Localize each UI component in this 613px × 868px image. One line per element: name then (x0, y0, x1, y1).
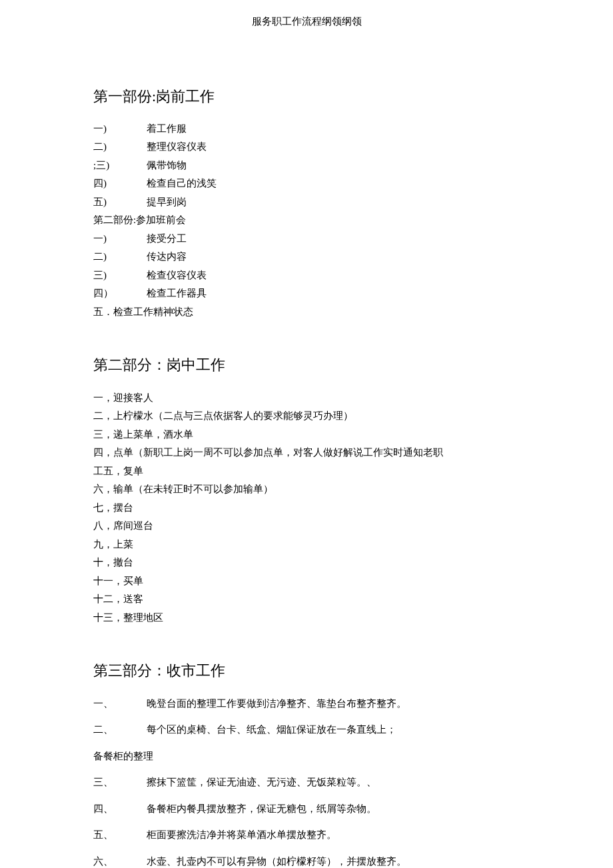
s3-num: 三、 (93, 774, 147, 791)
s3-num: 一、 (93, 695, 147, 713)
section-2-title: 第二部分：岗中工作 (93, 352, 520, 377)
s3-text: 柜面要擦洗洁净并将菜单酒水单摆放整齐。 (147, 827, 336, 844)
s1b-text: 传达内容 (147, 248, 187, 266)
s1-item: 一) 着工作服 (93, 121, 520, 138)
s1-num: 四) (93, 175, 147, 193)
s2-item: 九，上菜 (93, 536, 520, 554)
s2-item: 四，点单（新职工上岗一周不可以参加点单，对客人做好解说工作实时通知老职 (93, 444, 520, 462)
s1-num: 一) (93, 121, 147, 138)
s2-item: 六，输单（在未转正时不可以参加输单） (93, 481, 520, 498)
s3-item: 一、 晚登台面的整理工作要做到洁净整齐、靠垫台布整齐整齐。 (93, 695, 520, 713)
section-3-title: 第三部分：收市工作 (93, 658, 520, 683)
s2-item: 工五，复单 (93, 463, 520, 480)
s3-item: 三、 擦抹下篮筐，保证无油迹、无污迹、无饭菜粒等。、 (93, 774, 520, 791)
s1b-item: 三) 检查仪容仪表 (93, 267, 520, 284)
s1b-text: 检查仪容仪表 (147, 267, 207, 284)
s1-item: 四) 检查自己的浅笑 (93, 175, 520, 193)
s1-item: 二) 整理仪容仪表 (93, 139, 520, 156)
s1-text: 整理仪容仪表 (147, 139, 207, 156)
s3-text: 晚登台面的整理工作要做到洁净整齐、靠垫台布整齐整齐。 (147, 695, 406, 713)
s3-item: 六、 水壶、扎壶内不可以有异物（如柠檬籽等），并摆放整齐。 (93, 853, 520, 868)
document-page: 服务职工作流程纲领纲领 第一部份:岗前工作 一) 着工作服 二) 整理仪容仪表 … (0, 0, 613, 868)
s1-item: ;三) 佩带饰物 (93, 157, 520, 175)
section-1-title: 第一部份:岗前工作 (93, 84, 520, 109)
s3-text: 备餐柜内餐具摆放整齐，保证无糖包，纸屑等杂物。 (147, 801, 376, 818)
s3-num: 四、 (93, 801, 147, 818)
s1b-text: 接受分工 (147, 230, 187, 248)
s2-item: 十，撤台 (93, 554, 520, 572)
s1-last: 五．检查工作精神状态 (93, 304, 520, 321)
s2-item: 十一，买单 (93, 573, 520, 590)
s1b-num: 一) (93, 230, 147, 248)
s1b-item: 二) 传达内容 (93, 248, 520, 266)
s3-text: 擦抹下篮筐，保证无油迹、无污迹、无饭菜粒等。、 (147, 774, 376, 791)
s3-text: 每个区的桌椅、台卡、纸盒、烟缸保证放在一条直线上； (147, 721, 396, 739)
s1-subheader: 第二部份:参加班前会 (93, 212, 520, 229)
s1b-num: 四） (93, 285, 147, 302)
s1-num: ;三) (93, 157, 147, 175)
s3-item: 五、 柜面要擦洗洁净并将菜单酒水单摆放整齐。 (93, 827, 520, 844)
s3-num: 六、 (93, 853, 147, 868)
s3-text: 水壶、扎壶内不可以有异物（如柠檬籽等），并摆放整齐。 (147, 853, 406, 868)
s1b-num: 三) (93, 267, 147, 284)
s1-text: 着工作服 (147, 121, 187, 138)
s3-num: 二、 (93, 721, 147, 739)
s1b-text: 检查工作器具 (147, 285, 207, 302)
s2-item: 一，迎接客人 (93, 390, 520, 407)
s2-item: 二，上柠檬水（二点与三点依据客人的要求能够灵巧办理） (93, 408, 520, 425)
s3-subtitle: 备餐柜的整理 (93, 748, 520, 765)
s1-item: 五) 提早到岗 (93, 194, 520, 211)
s2-item: 七，摆台 (93, 500, 520, 517)
s3-item: 二、 每个区的桌椅、台卡、纸盒、烟缸保证放在一条直线上； (93, 721, 520, 739)
s2-item: 八，席间巡台 (93, 518, 520, 535)
s1-text: 检查自己的浅笑 (147, 175, 217, 193)
s1-text: 提早到岗 (147, 194, 187, 211)
s1-num: 二) (93, 139, 147, 156)
s1b-num: 二) (93, 248, 147, 266)
s1-text: 佩带饰物 (147, 157, 187, 175)
s1-num: 五) (93, 194, 147, 211)
s2-item: 三，递上菜单，酒水单 (93, 426, 520, 444)
s2-item: 十二，送客 (93, 591, 520, 608)
s2-item: 十三，整理地区 (93, 610, 520, 627)
s1b-item: 四） 检查工作器具 (93, 285, 520, 302)
s3-num: 五、 (93, 827, 147, 844)
s1b-item: 一) 接受分工 (93, 230, 520, 248)
page-header: 服务职工作流程纲领纲领 (93, 13, 520, 31)
s3-item: 四、 备餐柜内餐具摆放整齐，保证无糖包，纸屑等杂物。 (93, 801, 520, 818)
